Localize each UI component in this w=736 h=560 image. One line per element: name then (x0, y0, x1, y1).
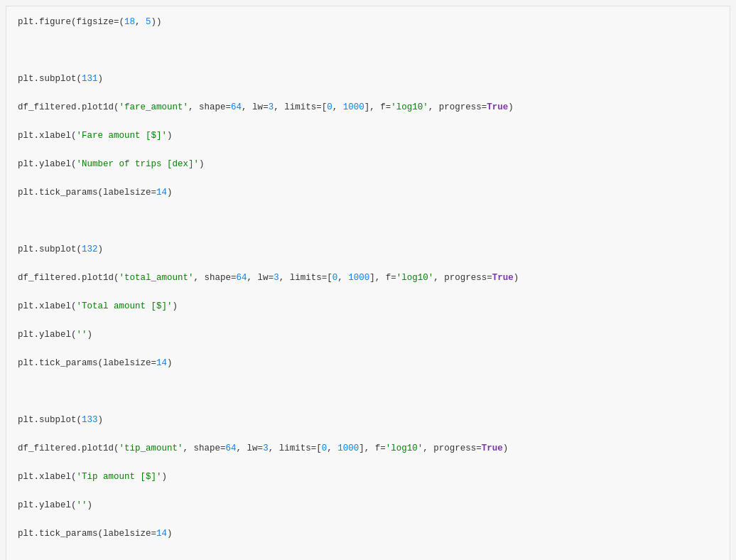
code-line: plt.subplot(131) (18, 72, 718, 86)
code-line: df_filtered.plot1d('fare_amount', shape=… (18, 100, 718, 114)
code-line: df_filtered.plot1d('total_amount', shape… (18, 271, 718, 285)
code-line (18, 555, 718, 560)
code-line: plt.subplot(132) (18, 242, 718, 257)
notebook-cell: plt.figure(figsize=(18, 5)) plt.subplot(… (6, 6, 730, 560)
code-line: plt.xlabel('Total amount [$]') (18, 299, 718, 313)
code-line: plt.xlabel('Fare amount [$]') (18, 129, 718, 143)
code-line: plt.xlabel('Tip amount [$]') (18, 470, 718, 484)
code-line (18, 43, 718, 58)
code-line (18, 214, 718, 228)
code-line: plt.ylabel('Number of trips [dex]') (18, 157, 718, 171)
code-line: plt.subplot(133) (18, 413, 718, 427)
code-line: plt.tick_params(labelsize=14) (18, 527, 718, 541)
code-line: plt.tick_params(labelsize=14) (18, 185, 718, 200)
code-line: plt.ylabel('') (18, 328, 718, 342)
code-line (18, 384, 718, 399)
code-block: plt.figure(figsize=(18, 5)) plt.subplot(… (6, 6, 730, 560)
code-line: df_filtered.plot1d('tip_amount', shape=6… (18, 441, 718, 456)
code-line: plt.tick_params(labelsize=14) (18, 356, 718, 370)
code-line: plt.figure(figsize=(18, 5)) (18, 15, 718, 29)
code-line: plt.ylabel('') (18, 498, 718, 512)
